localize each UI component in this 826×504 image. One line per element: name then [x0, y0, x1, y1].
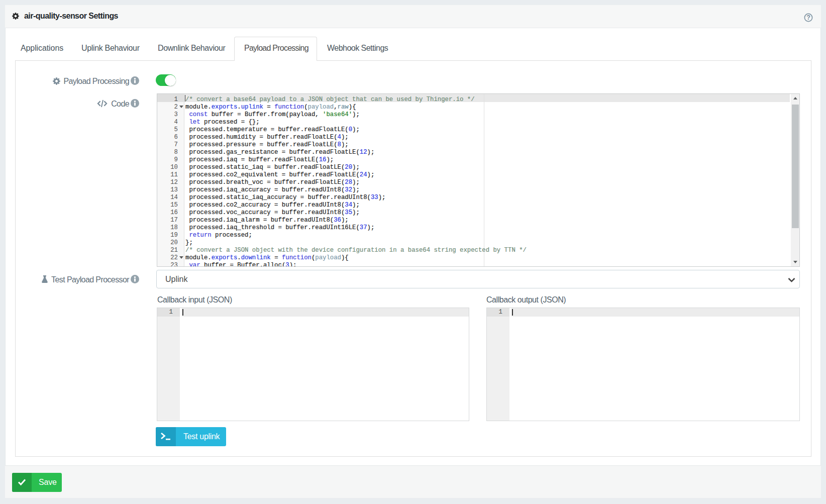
svg-text:?: ? — [806, 14, 810, 21]
